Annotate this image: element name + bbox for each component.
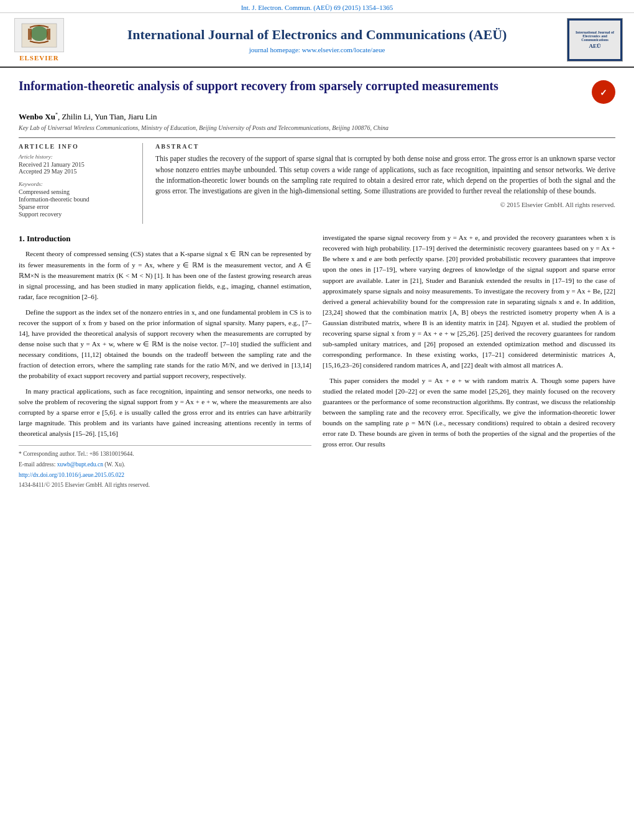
authors-line: Wenbo Xu*, Zhilin Li, Yun Tian, Jiaru Li… [19, 112, 615, 122]
keyword-2: Information-theoretic bound [19, 196, 135, 203]
footnote-star: * Corresponding author. Tel.: +86 138100… [19, 450, 311, 459]
elsevier-logo-img [14, 18, 64, 52]
keywords-block: Keywords: Compressed sensing Information… [19, 181, 135, 218]
thumb-title: International Journal of Electronics and… [571, 30, 619, 42]
journal-header: ELSEVIER International Journal of Electr… [0, 13, 634, 68]
svg-rect-3 [47, 29, 50, 40]
body-columns: 1. Introduction Recent theory of compres… [19, 233, 615, 491]
abstract-heading: ABSTRACT [155, 143, 615, 150]
elsevier-label: ELSEVIER [19, 54, 59, 62]
keyword-1: Compressed sensing [19, 188, 135, 195]
svg-text:✓: ✓ [600, 88, 607, 98]
section1-right-para1: investigated the sparse signal recovery … [323, 233, 615, 371]
abstract-text: This paper studies the recovery of the s… [155, 154, 615, 196]
main-content: Information-theoretic analysis of suppor… [0, 68, 634, 497]
email-link[interactable]: xuwb@bupt.edu.cn [57, 461, 103, 468]
authors-text: Wenbo Xu [19, 112, 55, 121]
copyright-line: © 2015 Elsevier GmbH. All rights reserve… [155, 201, 615, 208]
article-title: Information-theoretic analysis of suppor… [19, 77, 592, 95]
journal-title: International Journal of Electronics and… [73, 26, 561, 44]
keyword-3: Sparse error [19, 203, 135, 210]
homepage-label: journal homepage: [249, 46, 300, 53]
section1-right-para2: This paper considers the model y = Ax + … [323, 376, 615, 450]
keywords-label: Keywords: [19, 181, 135, 187]
received-date: Received 21 January 2015 [19, 161, 135, 168]
doi-header: Int. J. Electron. Commun. (AEÜ) 69 (2015… [0, 0, 634, 13]
crossmark-badge: ✓ [592, 80, 615, 104]
elsevier-logo-block: ELSEVIER [11, 18, 67, 62]
article-history-block: Article history: Received 21 January 201… [19, 154, 135, 175]
section1-para2: Define the support as the index set of t… [19, 307, 311, 381]
article-info-column: ARTICLE INFO Article history: Received 2… [19, 143, 143, 224]
authors-rest: , Zhilin Li, Yun Tian, Jiaru Lin [58, 112, 157, 121]
section1-para1: Recent theory of compressed sensing (CS)… [19, 249, 311, 302]
history-label: Article history: [19, 154, 135, 160]
doi-text: Int. J. Electron. Commun. (AEÜ) 69 (2015… [241, 4, 393, 11]
journal-thumb-inner: International Journal of Electronics and… [569, 21, 620, 59]
abstract-column: ABSTRACT This paper studies the recovery… [155, 143, 615, 224]
article-info-heading: ARTICLE INFO [19, 143, 135, 150]
accepted-date: Accepted 29 May 2015 [19, 168, 135, 175]
journal-thumbnail: International Journal of Electronics and… [567, 18, 623, 62]
doi-link[interactable]: http://dx.doi.org/10.1016/j.aeue.2015.05… [19, 472, 124, 478]
body-right-column: investigated the sparse signal recovery … [323, 233, 615, 491]
journal-title-block: International Journal of Electronics and… [67, 26, 567, 54]
keywords-list: Compressed sensing Information-theoretic… [19, 188, 135, 218]
journal-homepage: journal homepage: www.elsevier.com/locat… [73, 46, 561, 53]
footnote-doi: http://dx.doi.org/10.1016/j.aeue.2015.05… [19, 471, 311, 480]
footnote-section: * Corresponding author. Tel.: +86 138100… [19, 445, 311, 490]
article-title-section: Information-theoretic analysis of suppor… [19, 77, 615, 107]
page-container: Int. J. Electron. Commun. (AEÜ) 69 (2015… [0, 0, 634, 497]
footnote-issn: 1434-8411/© 2015 Elsevier GmbH. All righ… [19, 481, 311, 490]
keyword-4: Support recovery [19, 211, 135, 218]
article-info-abstract: ARTICLE INFO Article history: Received 2… [19, 137, 615, 224]
svg-point-1 [30, 26, 48, 41]
body-left-column: 1. Introduction Recent theory of compres… [19, 233, 311, 491]
affiliation-line: Key Lab of Universal Wireless Communicat… [19, 124, 615, 131]
thumb-abbrev: AEÜ [589, 43, 600, 49]
homepage-url[interactable]: www.elsevier.com/locate/aeue [302, 46, 385, 53]
footnote-email: E-mail address: xuwb@bupt.edu.cn (W. Xu)… [19, 460, 311, 469]
section1-para3: In many practical applications, such as … [19, 386, 311, 439]
section1-title: 1. Introduction [19, 233, 311, 245]
svg-rect-2 [28, 29, 32, 40]
